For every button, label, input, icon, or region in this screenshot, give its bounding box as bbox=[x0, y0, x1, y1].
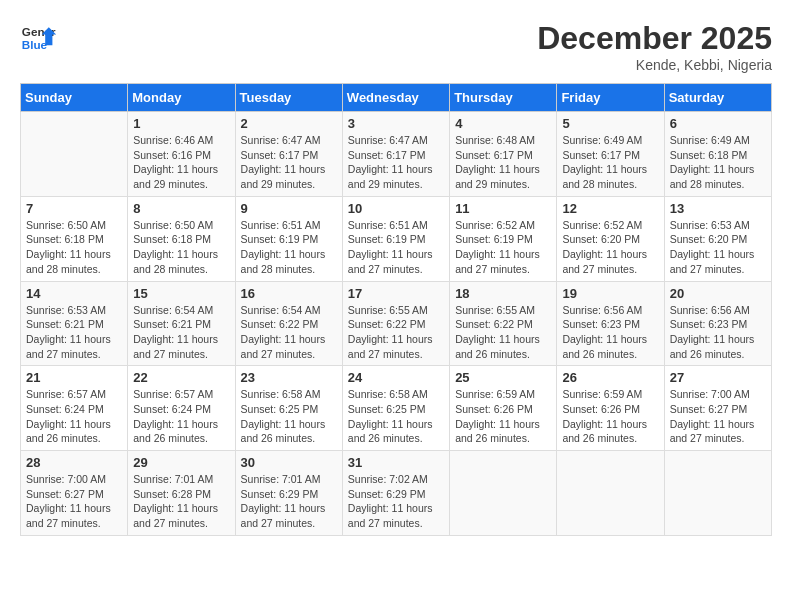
calendar-cell: 4Sunrise: 6:48 AM Sunset: 6:17 PM Daylig… bbox=[450, 112, 557, 197]
cell-info: Sunrise: 6:47 AM Sunset: 6:17 PM Dayligh… bbox=[348, 133, 444, 192]
calendar-table: SundayMondayTuesdayWednesdayThursdayFrid… bbox=[20, 83, 772, 536]
day-number: 27 bbox=[670, 370, 766, 385]
week-row-3: 14Sunrise: 6:53 AM Sunset: 6:21 PM Dayli… bbox=[21, 281, 772, 366]
day-number: 19 bbox=[562, 286, 658, 301]
logo-icon: General Blue bbox=[20, 20, 56, 56]
weekday-header-tuesday: Tuesday bbox=[235, 84, 342, 112]
day-number: 10 bbox=[348, 201, 444, 216]
logo: General Blue bbox=[20, 20, 56, 56]
day-number: 29 bbox=[133, 455, 229, 470]
calendar-cell: 6Sunrise: 6:49 AM Sunset: 6:18 PM Daylig… bbox=[664, 112, 771, 197]
day-number: 14 bbox=[26, 286, 122, 301]
page-header: General Blue December 2025 Kende, Kebbi,… bbox=[20, 20, 772, 73]
cell-info: Sunrise: 6:59 AM Sunset: 6:26 PM Dayligh… bbox=[562, 387, 658, 446]
cell-info: Sunrise: 6:58 AM Sunset: 6:25 PM Dayligh… bbox=[348, 387, 444, 446]
calendar-cell: 30Sunrise: 7:01 AM Sunset: 6:29 PM Dayli… bbox=[235, 451, 342, 536]
day-number: 5 bbox=[562, 116, 658, 131]
week-row-5: 28Sunrise: 7:00 AM Sunset: 6:27 PM Dayli… bbox=[21, 451, 772, 536]
calendar-cell: 19Sunrise: 6:56 AM Sunset: 6:23 PM Dayli… bbox=[557, 281, 664, 366]
calendar-cell: 29Sunrise: 7:01 AM Sunset: 6:28 PM Dayli… bbox=[128, 451, 235, 536]
day-number: 15 bbox=[133, 286, 229, 301]
day-number: 28 bbox=[26, 455, 122, 470]
day-number: 1 bbox=[133, 116, 229, 131]
svg-text:Blue: Blue bbox=[22, 38, 48, 51]
day-number: 7 bbox=[26, 201, 122, 216]
calendar-cell bbox=[21, 112, 128, 197]
cell-info: Sunrise: 7:00 AM Sunset: 6:27 PM Dayligh… bbox=[670, 387, 766, 446]
cell-info: Sunrise: 6:49 AM Sunset: 6:17 PM Dayligh… bbox=[562, 133, 658, 192]
day-number: 13 bbox=[670, 201, 766, 216]
cell-info: Sunrise: 6:58 AM Sunset: 6:25 PM Dayligh… bbox=[241, 387, 337, 446]
calendar-cell: 24Sunrise: 6:58 AM Sunset: 6:25 PM Dayli… bbox=[342, 366, 449, 451]
day-number: 11 bbox=[455, 201, 551, 216]
weekday-header-wednesday: Wednesday bbox=[342, 84, 449, 112]
calendar-cell: 26Sunrise: 6:59 AM Sunset: 6:26 PM Dayli… bbox=[557, 366, 664, 451]
calendar-cell: 27Sunrise: 7:00 AM Sunset: 6:27 PM Dayli… bbox=[664, 366, 771, 451]
day-number: 17 bbox=[348, 286, 444, 301]
cell-info: Sunrise: 6:47 AM Sunset: 6:17 PM Dayligh… bbox=[241, 133, 337, 192]
cell-info: Sunrise: 6:51 AM Sunset: 6:19 PM Dayligh… bbox=[348, 218, 444, 277]
calendar-cell: 3Sunrise: 6:47 AM Sunset: 6:17 PM Daylig… bbox=[342, 112, 449, 197]
cell-info: Sunrise: 6:59 AM Sunset: 6:26 PM Dayligh… bbox=[455, 387, 551, 446]
cell-info: Sunrise: 6:48 AM Sunset: 6:17 PM Dayligh… bbox=[455, 133, 551, 192]
calendar-cell: 28Sunrise: 7:00 AM Sunset: 6:27 PM Dayli… bbox=[21, 451, 128, 536]
calendar-cell: 22Sunrise: 6:57 AM Sunset: 6:24 PM Dayli… bbox=[128, 366, 235, 451]
cell-info: Sunrise: 6:54 AM Sunset: 6:21 PM Dayligh… bbox=[133, 303, 229, 362]
cell-info: Sunrise: 6:55 AM Sunset: 6:22 PM Dayligh… bbox=[348, 303, 444, 362]
calendar-cell: 16Sunrise: 6:54 AM Sunset: 6:22 PM Dayli… bbox=[235, 281, 342, 366]
cell-info: Sunrise: 7:01 AM Sunset: 6:29 PM Dayligh… bbox=[241, 472, 337, 531]
day-number: 20 bbox=[670, 286, 766, 301]
cell-info: Sunrise: 6:57 AM Sunset: 6:24 PM Dayligh… bbox=[133, 387, 229, 446]
calendar-cell: 13Sunrise: 6:53 AM Sunset: 6:20 PM Dayli… bbox=[664, 196, 771, 281]
calendar-cell bbox=[557, 451, 664, 536]
day-number: 4 bbox=[455, 116, 551, 131]
weekday-header-saturday: Saturday bbox=[664, 84, 771, 112]
day-number: 31 bbox=[348, 455, 444, 470]
calendar-cell: 21Sunrise: 6:57 AM Sunset: 6:24 PM Dayli… bbox=[21, 366, 128, 451]
weekday-header-row: SundayMondayTuesdayWednesdayThursdayFrid… bbox=[21, 84, 772, 112]
cell-info: Sunrise: 7:02 AM Sunset: 6:29 PM Dayligh… bbox=[348, 472, 444, 531]
cell-info: Sunrise: 6:57 AM Sunset: 6:24 PM Dayligh… bbox=[26, 387, 122, 446]
cell-info: Sunrise: 6:49 AM Sunset: 6:18 PM Dayligh… bbox=[670, 133, 766, 192]
calendar-cell: 15Sunrise: 6:54 AM Sunset: 6:21 PM Dayli… bbox=[128, 281, 235, 366]
calendar-cell bbox=[664, 451, 771, 536]
cell-info: Sunrise: 6:55 AM Sunset: 6:22 PM Dayligh… bbox=[455, 303, 551, 362]
calendar-cell: 1Sunrise: 6:46 AM Sunset: 6:16 PM Daylig… bbox=[128, 112, 235, 197]
title-area: December 2025 Kende, Kebbi, Nigeria bbox=[537, 20, 772, 73]
day-number: 9 bbox=[241, 201, 337, 216]
day-number: 2 bbox=[241, 116, 337, 131]
calendar-cell: 10Sunrise: 6:51 AM Sunset: 6:19 PM Dayli… bbox=[342, 196, 449, 281]
calendar-cell: 2Sunrise: 6:47 AM Sunset: 6:17 PM Daylig… bbox=[235, 112, 342, 197]
cell-info: Sunrise: 6:52 AM Sunset: 6:20 PM Dayligh… bbox=[562, 218, 658, 277]
calendar-cell: 11Sunrise: 6:52 AM Sunset: 6:19 PM Dayli… bbox=[450, 196, 557, 281]
calendar-cell: 5Sunrise: 6:49 AM Sunset: 6:17 PM Daylig… bbox=[557, 112, 664, 197]
day-number: 25 bbox=[455, 370, 551, 385]
cell-info: Sunrise: 7:00 AM Sunset: 6:27 PM Dayligh… bbox=[26, 472, 122, 531]
calendar-cell: 25Sunrise: 6:59 AM Sunset: 6:26 PM Dayli… bbox=[450, 366, 557, 451]
weekday-header-monday: Monday bbox=[128, 84, 235, 112]
calendar-cell: 18Sunrise: 6:55 AM Sunset: 6:22 PM Dayli… bbox=[450, 281, 557, 366]
day-number: 24 bbox=[348, 370, 444, 385]
cell-info: Sunrise: 6:56 AM Sunset: 6:23 PM Dayligh… bbox=[670, 303, 766, 362]
calendar-cell bbox=[450, 451, 557, 536]
calendar-cell: 7Sunrise: 6:50 AM Sunset: 6:18 PM Daylig… bbox=[21, 196, 128, 281]
calendar-cell: 23Sunrise: 6:58 AM Sunset: 6:25 PM Dayli… bbox=[235, 366, 342, 451]
weekday-header-thursday: Thursday bbox=[450, 84, 557, 112]
day-number: 8 bbox=[133, 201, 229, 216]
week-row-2: 7Sunrise: 6:50 AM Sunset: 6:18 PM Daylig… bbox=[21, 196, 772, 281]
cell-info: Sunrise: 6:50 AM Sunset: 6:18 PM Dayligh… bbox=[26, 218, 122, 277]
day-number: 12 bbox=[562, 201, 658, 216]
cell-info: Sunrise: 6:50 AM Sunset: 6:18 PM Dayligh… bbox=[133, 218, 229, 277]
day-number: 23 bbox=[241, 370, 337, 385]
cell-info: Sunrise: 6:53 AM Sunset: 6:20 PM Dayligh… bbox=[670, 218, 766, 277]
cell-info: Sunrise: 6:46 AM Sunset: 6:16 PM Dayligh… bbox=[133, 133, 229, 192]
cell-info: Sunrise: 6:54 AM Sunset: 6:22 PM Dayligh… bbox=[241, 303, 337, 362]
day-number: 16 bbox=[241, 286, 337, 301]
day-number: 30 bbox=[241, 455, 337, 470]
cell-info: Sunrise: 6:53 AM Sunset: 6:21 PM Dayligh… bbox=[26, 303, 122, 362]
calendar-cell: 8Sunrise: 6:50 AM Sunset: 6:18 PM Daylig… bbox=[128, 196, 235, 281]
calendar-cell: 12Sunrise: 6:52 AM Sunset: 6:20 PM Dayli… bbox=[557, 196, 664, 281]
day-number: 22 bbox=[133, 370, 229, 385]
month-title: December 2025 bbox=[537, 20, 772, 57]
weekday-header-sunday: Sunday bbox=[21, 84, 128, 112]
